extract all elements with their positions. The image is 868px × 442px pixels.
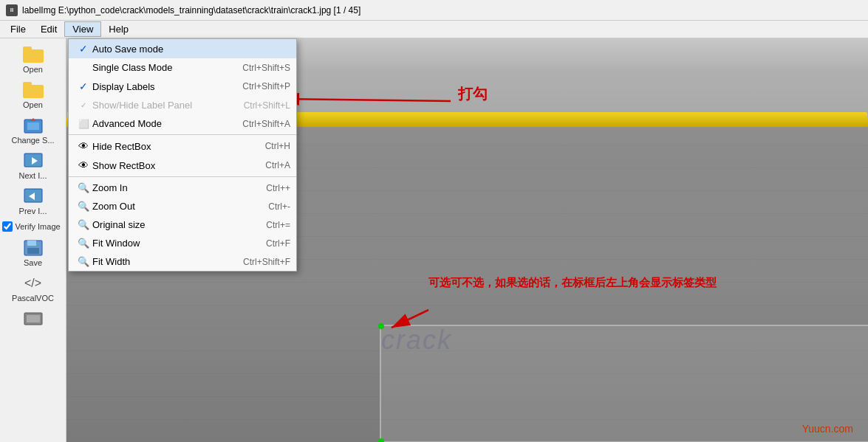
menu-divider-2: [69, 176, 296, 177]
svg-rect-9: [27, 248, 39, 254]
save-label: Save: [24, 258, 42, 267]
original-size-label: Original size: [92, 219, 251, 230]
menu-fit-window[interactable]: 🔍 Fit Window Ctrl+F: [69, 234, 296, 252]
zoom-in-shortcut: Ctrl++: [266, 183, 290, 193]
zoom-in-label: Zoom In: [92, 182, 251, 193]
watermark: Yuucn.com: [802, 423, 853, 435]
menu-view[interactable]: View: [64, 21, 101, 37]
zoom-out-shortcut: Ctrl+-: [268, 201, 290, 212]
pascal-voc-icon: </>: [21, 273, 45, 294]
original-size-shortcut: Ctrl+=: [266, 220, 290, 230]
change-save-icon: [21, 115, 45, 136]
advanced-mode-label: Advanced Mode: [92, 118, 228, 129]
zoom-out-icon: 🔍: [75, 201, 92, 212]
open-file-icon: [21, 80, 45, 100]
sidebar-prev-image[interactable]: Prev I...: [1, 183, 66, 218]
show-rectbox-icon: 👁: [75, 159, 92, 171]
show-hide-label: Show/Hide Label Panel: [92, 100, 229, 111]
bottom-icon: [21, 308, 45, 329]
single-class-shortcut: Ctrl+Shift+S: [242, 63, 290, 73]
zoom-in-icon: 🔍: [75, 182, 92, 193]
menu-zoom-out[interactable]: 🔍 Zoom Out Ctrl+-: [69, 197, 296, 215]
menu-single-class[interactable]: Single Class Mode Ctrl+Shift+S: [69, 58, 296, 77]
show-hide-check: ✓: [75, 101, 92, 109]
svg-rect-11: [27, 315, 40, 322]
sidebar-pascal-voc[interactable]: </> PascalVOC: [1, 270, 66, 305]
title-bar: lI labelImg E:\python_code\crack\models_…: [0, 0, 868, 21]
menu-original-size[interactable]: 🔍 Original size Ctrl+=: [69, 215, 296, 234]
sidebar: Open Open Change S...: [0, 38, 66, 442]
display-labels-check: ✓: [75, 80, 92, 92]
hide-rectbox-shortcut: Ctrl+H: [265, 141, 290, 151]
menu-hide-rectbox[interactable]: 👁 Hide RectBox Ctrl+H: [69, 137, 296, 156]
menu-advanced-mode[interactable]: ⬜ Advanced Mode Ctrl+Shift+A: [69, 114, 296, 133]
sidebar-change-save[interactable]: Change S...: [1, 112, 66, 148]
original-size-icon: 🔍: [75, 219, 92, 230]
verify-checkbox[interactable]: [2, 221, 13, 232]
menu-show-rectbox[interactable]: 👁 Show RectBox Ctrl+A: [69, 156, 296, 175]
menu-edit[interactable]: Edit: [33, 22, 64, 36]
sidebar-next-image[interactable]: Next I...: [1, 148, 66, 183]
advanced-mode-shortcut: Ctrl+Shift+A: [242, 119, 290, 129]
fit-window-shortcut: Ctrl+F: [266, 238, 290, 249]
title-text: labelImg E:\python_code\crack\models_tra…: [22, 5, 360, 15]
show-hide-shortcut: Ctrl+Shift+L: [244, 100, 290, 111]
next-image-label: Next I...: [19, 171, 47, 180]
fit-width-label: Fit Width: [92, 256, 228, 267]
single-class-label: Single Class Mode: [92, 62, 228, 73]
menu-divider-1: [69, 134, 296, 135]
svg-rect-8: [27, 241, 36, 246]
prev-image-icon: [21, 186, 45, 207]
display-labels-label: Display Labels: [92, 81, 228, 92]
crack-bounding-box[interactable]: crack: [380, 325, 868, 442]
show-rectbox-shortcut: Ctrl+A: [265, 160, 290, 170]
annotation-check-text: 打勾: [458, 84, 488, 104]
sidebar-open-dir[interactable]: Open: [1, 41, 66, 77]
crack-label-text: crack: [381, 325, 452, 356]
fit-width-shortcut: Ctrl+Shift+F: [243, 257, 290, 267]
save-icon: [21, 238, 45, 258]
display-labels-shortcut: Ctrl+Shift+P: [242, 81, 290, 91]
open-dir-icon: [21, 44, 45, 65]
menu-show-hide-label[interactable]: ✓ Show/Hide Label Panel Ctrl+Shift+L: [69, 96, 296, 114]
menu-zoom-in[interactable]: 🔍 Zoom In Ctrl++: [69, 179, 296, 197]
change-save-label: Change S...: [11, 136, 54, 145]
menu-file[interactable]: File: [3, 22, 33, 36]
pascal-voc-label: PascalVOC: [12, 294, 54, 303]
menu-help[interactable]: Help: [101, 22, 136, 36]
open-dir-label: Open: [23, 65, 43, 74]
app-icon: lI: [6, 4, 18, 16]
advanced-mode-icon: ⬜: [75, 119, 92, 129]
corner-handle-bl[interactable]: [378, 438, 384, 442]
show-rectbox-label: Show RectBox: [92, 160, 250, 171]
verify-label: Verify Image: [16, 222, 61, 231]
sidebar-verify[interactable]: Verify Image: [1, 218, 66, 235]
hide-rectbox-icon: 👁: [75, 140, 92, 152]
svg-rect-1: [27, 122, 39, 130]
menu-fit-width[interactable]: 🔍 Fit Width Ctrl+Shift+F: [69, 252, 296, 271]
open-file-label: Open: [23, 100, 43, 109]
menu-display-labels[interactable]: ✓ Display Labels Ctrl+Shift+P: [69, 77, 296, 96]
menu-auto-save[interactable]: ✓ Auto Save mode: [69, 39, 296, 58]
auto-save-check: ✓: [75, 43, 92, 55]
sidebar-save[interactable]: Save: [1, 235, 66, 270]
fit-width-icon: 🔍: [75, 256, 92, 267]
annotation-display-text: 可选可不选，如果选的话，在标框后左上角会显示标签类型: [428, 274, 717, 290]
zoom-out-label: Zoom Out: [92, 201, 253, 212]
next-image-icon: [21, 151, 45, 171]
view-dropdown-menu: ✓ Auto Save mode Single Class Mode Ctrl+…: [68, 38, 297, 272]
sidebar-bottom-btn[interactable]: [1, 305, 66, 332]
prev-image-label: Prev I...: [19, 207, 47, 215]
auto-save-label: Auto Save mode: [92, 44, 276, 55]
fit-window-label: Fit Window: [92, 238, 251, 249]
fit-window-icon: 🔍: [75, 238, 92, 249]
menu-bar: File Edit View Help: [0, 21, 868, 38]
hide-rectbox-label: Hide RectBox: [92, 141, 250, 152]
sidebar-open-file[interactable]: Open: [1, 77, 66, 112]
